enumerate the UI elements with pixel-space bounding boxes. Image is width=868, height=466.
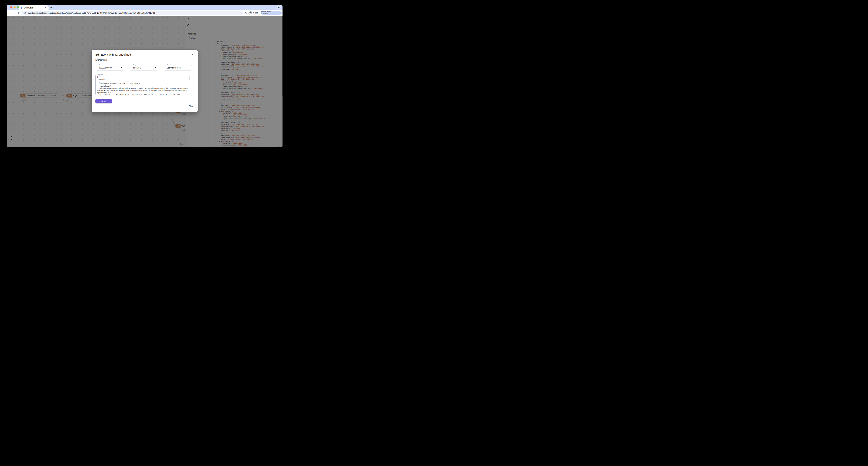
region-select[interactable]: Region us-east-1 (131, 65, 158, 71)
close-window-button[interactable] (10, 6, 12, 8)
modal-title: Edit Event with ID: undefined (95, 53, 131, 56)
region-label: Region (132, 64, 138, 66)
payload-textarea[interactable]: { "Records": [ { "messageId": "65032221-… (97, 76, 188, 94)
reload-button[interactable]: ⟳ (17, 11, 21, 14)
tab-close-icon[interactable]: ✕ (44, 7, 47, 9)
minimize-window-button[interactable] (13, 6, 16, 8)
textarea-scrollbar-thumb[interactable] (189, 76, 189, 80)
tab-title: EventStudio (24, 7, 44, 9)
account-value: 000000000000 (99, 67, 112, 69)
new-tab-button[interactable]: + (51, 6, 52, 9)
dropdown-caret-icon (155, 67, 156, 68)
site-settings-icon[interactable] (24, 12, 26, 14)
profile-label: Guest (253, 11, 258, 14)
tab-search-button[interactable] (277, 5, 281, 9)
function-name-value: ScoringFunction (167, 67, 181, 69)
eventstudio-favicon (20, 7, 23, 9)
zoom-icon[interactable] (244, 11, 247, 14)
edit-event-modal: Edit Event with ID: undefined ✕ Event De… (92, 50, 197, 112)
tab-eventstudio[interactable]: EventStudio ✕ (19, 5, 49, 10)
browser-toolbar: ← → ⟳ eventstudio.localhost.localstack.c… (7, 10, 282, 16)
address-bar[interactable]: eventstudio.localhost.localstack.cloud:4… (22, 11, 243, 15)
desktop-background: EventStudio ✕ + ← → ⟳ eventstudio.localh… (0, 0, 289, 155)
chrome-update-button[interactable]: New Chrome available ⋮ (261, 11, 282, 15)
tab-strip: EventStudio ✕ + (7, 5, 282, 10)
function-name-field[interactable]: Function Name ScoringFunction (164, 65, 192, 71)
account-select[interactable]: Account 000000000000 (97, 65, 124, 71)
modal-close-icon[interactable]: ✕ (191, 53, 194, 56)
person-icon (249, 11, 252, 14)
browser-window: EventStudio ✕ + ← → ⟳ eventstudio.localh… (7, 5, 282, 147)
dropdown-caret-icon (121, 67, 122, 68)
profile-button[interactable]: Guest (248, 11, 260, 15)
payload-field-label: Payload (97, 74, 103, 76)
forward-button[interactable]: → (12, 11, 17, 14)
chevron-down-icon (278, 6, 280, 8)
page-content: Lambda SubmitQuizFunction Invoke → SQS Q… (7, 16, 282, 147)
back-button[interactable]: ← (8, 11, 12, 14)
menu-dots-icon[interactable]: ⋮ (281, 12, 282, 13)
send-button[interactable]: Send (95, 99, 112, 103)
function-name-label: Function Name (166, 64, 177, 66)
payload-field[interactable]: Payload { "Records": [ { "messageId": "6… (95, 75, 190, 95)
update-label: New Chrome available (261, 11, 280, 15)
close-button[interactable]: Close (189, 105, 194, 107)
url-text[interactable]: eventstudio.localhost.localstack.cloud:4… (28, 12, 155, 14)
modal-subtitle: Event Details (95, 59, 107, 61)
account-label: Account (98, 64, 105, 66)
region-value: us-east-1 (133, 67, 141, 69)
